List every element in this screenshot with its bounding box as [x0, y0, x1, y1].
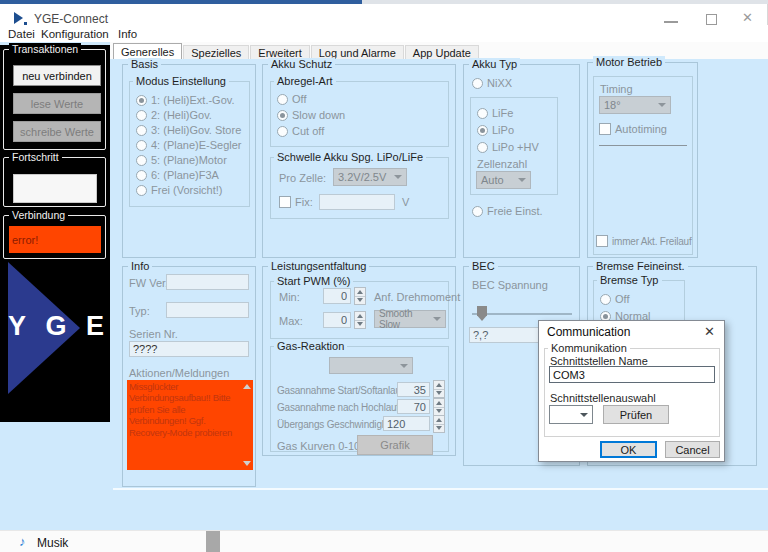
screen: YGE-Connect ✕ Datei Konfiguration Info T…: [0, 0, 768, 552]
menu-info[interactable]: Info: [118, 28, 137, 40]
radio-mode-2[interactable]: 2: (Heli)Gov.: [136, 109, 212, 121]
modus-einstellung-label: Modus Einstellung: [133, 75, 229, 87]
schnittstellen-dropdown[interactable]: [549, 405, 593, 424]
akku-schutz-label: Akku Schutz: [268, 58, 335, 71]
hochlauf-spinner[interactable]: [433, 398, 445, 416]
close-icon[interactable]: ✕: [742, 10, 753, 25]
scroll-down-icon[interactable]: [243, 461, 251, 466]
abregel-art-label: Abregel-Art: [274, 75, 336, 87]
radio-label: 6: (Plane)F3A: [151, 169, 219, 181]
dialog-close-icon[interactable]: ✕: [704, 324, 715, 339]
gas-row-label: Übergangs Geschwindigkeit: [277, 419, 397, 430]
progress-bar: [13, 174, 97, 203]
fw-ver-input[interactable]: [166, 274, 249, 290]
autotiming-checkbox[interactable]: Autotiming: [599, 123, 667, 135]
radio-lipo[interactable]: LiPo: [477, 124, 514, 136]
logo-letter-g: G: [45, 311, 66, 342]
fix-unit-label: V: [402, 196, 409, 208]
bec-slider-track[interactable]: [472, 313, 572, 315]
radio-mode-1[interactable]: 1: (Heli)Ext.-Gov.: [136, 94, 235, 106]
gas-reaktion-dropdown[interactable]: [329, 357, 413, 374]
pruefen-button[interactable]: Prüfen: [603, 405, 669, 424]
background-scrollbar[interactable]: [206, 531, 220, 552]
lese-werte-button[interactable]: lese Werte: [13, 93, 101, 114]
min-input[interactable]: [323, 288, 351, 304]
menu-konfiguration[interactable]: Konfiguration: [41, 28, 109, 40]
radio-mode-4[interactable]: 4: (Plane)E-Segler: [136, 139, 242, 151]
autotiming-label: Autotiming: [615, 123, 667, 135]
typ-input[interactable]: [166, 302, 249, 318]
bec-slider-thumb[interactable]: [477, 306, 487, 321]
radio-abregel-cutoff[interactable]: Cut off: [277, 125, 324, 137]
radio-life[interactable]: LiFe: [477, 107, 513, 119]
max-spinner[interactable]: [354, 311, 366, 329]
schreibe-werte-button[interactable]: schreibe Werte: [13, 121, 101, 142]
scroll-up-icon[interactable]: [243, 384, 251, 389]
checkbox-icon: [279, 196, 291, 208]
schnittstellen-name-input[interactable]: [549, 366, 715, 383]
radio-lipo-hv[interactable]: LiPo +HV: [477, 141, 539, 153]
chevron-down-icon: [658, 103, 666, 107]
kommunikation-label: Kommunikation: [548, 342, 630, 354]
softanlauf-input[interactable]: [397, 382, 430, 397]
hochlauf-input[interactable]: [397, 399, 430, 414]
radio-label: 2: (Heli)Gov.: [151, 109, 212, 121]
radio-label: 5: (Plane)Motor: [151, 154, 227, 166]
drehmoment-dropdown[interactable]: Smooth Slow: [374, 310, 446, 328]
radio-mode-6[interactable]: 6: (Plane)F3A: [136, 169, 219, 181]
fix-input[interactable]: [319, 194, 395, 210]
checkbox-icon: [596, 235, 608, 247]
typ-label: Typ:: [129, 305, 150, 317]
radio-abregel-slowdown[interactable]: Slow down: [277, 109, 345, 121]
divider: [599, 145, 687, 146]
freilauf-checkbox[interactable]: immer Akt. Freilauf: [596, 235, 692, 247]
radio-icon: [277, 126, 288, 137]
tab-log-und-alarme[interactable]: Log und Alarme: [311, 45, 404, 59]
fix-checkbox[interactable]: Fix:: [279, 196, 313, 208]
max-label: Max:: [279, 315, 303, 327]
basis-label: Basis: [128, 58, 161, 71]
verbindung-label: Verbindung: [9, 209, 68, 222]
cancel-button[interactable]: Cancel: [665, 441, 720, 458]
info-group: Info FW Ver.: Typ: Serien Nr. Aktionen/M…: [122, 266, 256, 487]
radio-freie-einst[interactable]: Freie Einst.: [472, 205, 543, 217]
leistungsentfaltung-label: Leistungsentfaltung: [268, 260, 369, 273]
tab-erweitert[interactable]: Erweitert: [250, 45, 309, 59]
minimize-icon[interactable]: [664, 21, 678, 23]
radio-mode-3[interactable]: 3: (Heli)Gov. Store: [136, 124, 241, 136]
radio-label: 4: (Plane)E-Segler: [151, 139, 242, 151]
serien-nr-input[interactable]: [129, 341, 249, 357]
pro-zelle-dropdown[interactable]: 3.2V/2.5V: [333, 168, 407, 186]
max-input[interactable]: [323, 312, 351, 328]
chevron-down-icon: [518, 178, 526, 182]
uebergangs-spinner[interactable]: [433, 415, 445, 433]
musik-item[interactable]: Musik: [37, 536, 68, 550]
ok-button[interactable]: OK: [600, 441, 657, 458]
uebergangs-input[interactable]: [383, 416, 430, 431]
radio-nixx[interactable]: NiXX: [472, 77, 512, 89]
softanlauf-spinner[interactable]: [433, 380, 445, 398]
fix-label: Fix:: [295, 196, 313, 208]
logo-letter-y: Y: [8, 311, 26, 342]
tab-spezielles[interactable]: Spezielles: [183, 45, 249, 59]
meldungen-textarea[interactable]: Missglückter Verbindungsaufbau!! Bitte p…: [127, 380, 253, 470]
grafik-button[interactable]: Grafik: [357, 435, 433, 455]
radio-bremse-off[interactable]: Off: [600, 293, 629, 305]
meldungen-text: Missglückter Verbindungsaufbau!! Bitte p…: [129, 381, 240, 438]
tab-generelles[interactable]: Generelles: [113, 43, 182, 59]
radio-abregel-off[interactable]: Off: [277, 93, 306, 105]
timing-dropdown[interactable]: 18°: [599, 96, 671, 114]
radio-icon: [277, 94, 288, 105]
zellenzahl-value: Auto: [481, 174, 504, 186]
tab-app-update[interactable]: App Update: [405, 45, 479, 59]
min-spinner[interactable]: [354, 287, 366, 305]
radio-mode-5[interactable]: 5: (Plane)Motor: [136, 154, 227, 166]
neu-verbinden-button[interactable]: neu verbinden: [13, 65, 101, 86]
zellenzahl-dropdown[interactable]: Auto: [476, 171, 531, 189]
menu-datei[interactable]: Datei: [8, 28, 35, 40]
info-label: Info: [128, 260, 152, 273]
radio-mode-frei[interactable]: Frei (Vorsicht!): [136, 184, 223, 196]
menubar: Datei Konfiguration Info: [0, 25, 768, 42]
timing-value: 18°: [604, 99, 621, 111]
maximize-icon[interactable]: [706, 14, 717, 25]
